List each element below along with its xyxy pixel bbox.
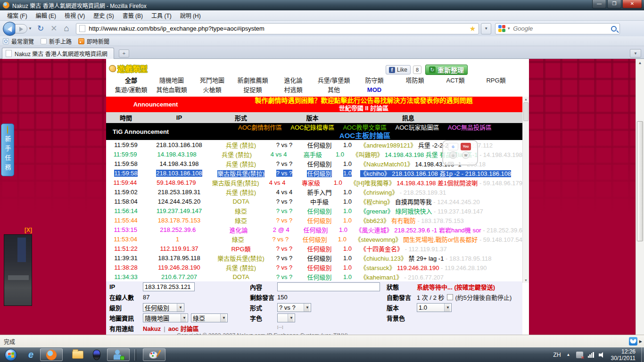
target-icon[interactable]: ◎ — [449, 151, 457, 159]
table-row[interactable]: 11:51:22112.119.91.37RPG類? vs ?任何級別1.0《十… — [106, 244, 522, 253]
bookmark-star-icon[interactable]: ★ — [470, 25, 476, 33]
signal-icon[interactable] — [588, 352, 594, 358]
menu-item[interactable]: 歷史 (S) — [89, 10, 118, 20]
map-select[interactable]: 綠亞▼ — [191, 313, 228, 322]
statusbar-expand-icon[interactable]: ▶ — [639, 339, 642, 344]
new-tab-button[interactable]: + — [119, 49, 129, 58]
tig-link[interactable]: AOC無品投訴區 — [448, 123, 492, 132]
search-magnifier-icon[interactable] — [611, 26, 617, 32]
category-link[interactable]: 進化論 — [273, 76, 314, 85]
category-link[interactable]: 火槍類 — [192, 85, 232, 95]
category-link[interactable]: RPG類 — [476, 76, 516, 85]
category-link[interactable]: 其他 — [314, 85, 354, 95]
paint-taskbar-button[interactable] — [143, 348, 165, 361]
messenger-taskbar-button[interactable] — [107, 348, 130, 361]
category-link[interactable]: 新劇推薦類 — [232, 76, 273, 85]
urlbar-dropdown-button[interactable]: ▼ — [481, 23, 491, 34]
forward-button[interactable] — [15, 24, 27, 33]
menu-item[interactable]: 書籤 (B) — [118, 10, 147, 20]
ad-image[interactable] — [4, 234, 32, 306]
table-row[interactable]: 11:56:14119.237.149.147綠亞? vs ?任何級別1.0《g… — [106, 206, 522, 215]
browser-scroll-up-icon[interactable]: ▲ — [636, 61, 644, 65]
minimize-button[interactable]: — — [592, 0, 606, 8]
start-button[interactable] — [5, 349, 17, 361]
internet-explorer-icon[interactable]: e — [28, 349, 33, 360]
menu-item[interactable]: 工具 (T) — [147, 10, 176, 20]
google-icon[interactable]: G — [448, 143, 458, 150]
bookmark-item[interactable]: 最常瀏覽 — [3, 37, 34, 45]
close-button[interactable]: ✕ — [622, 0, 642, 8]
tig-link[interactable]: AOC玩家貼圖區 — [396, 123, 439, 132]
table-row[interactable]: 11:53:15218.252.39.6進化論2 @ 4任何級別1.0《風火連城… — [106, 225, 522, 234]
category-link[interactable]: 捉捉類 — [232, 85, 273, 95]
restore-button[interactable]: ❐ — [607, 0, 621, 8]
announcement-line2[interactable]: 世紀帝國 II 討論區 — [205, 105, 522, 112]
version-select[interactable]: 1.0▼ — [417, 303, 452, 312]
browser-scrollbar[interactable]: ▲ — [636, 59, 644, 335]
scroll-down-icon[interactable]: ▼ — [523, 279, 529, 282]
category-link[interactable]: 防守類 — [354, 76, 395, 85]
menu-item[interactable]: 檔案 (F) — [3, 10, 32, 20]
category-link[interactable]: 全部 — [111, 76, 151, 85]
show-desktop-button[interactable] — [641, 347, 644, 362]
table-row[interactable]: 11:53:041綠亞? vs ?任何級別1.0《stevewomng》 開生死… — [106, 234, 522, 244]
browser-scrollbar-thumb[interactable] — [637, 121, 643, 241]
announcement-line1[interactable]: 製作劇情時遇到困難？歡迎點擊此行公告尋找解決方法或發表你的遇到問題 — [205, 97, 522, 105]
bookmark-item[interactable]: 新手上路 — [41, 37, 72, 45]
table-row[interactable]: 11:59:02218.253.189.31兵堡 (禁拉)4 vs 4新手入門1… — [106, 187, 522, 197]
table-row[interactable]: 11:34:33210.6.77.207DOTA? vs ?任何級別1.0《ka… — [106, 272, 522, 281]
reload-icon[interactable]: ↻ — [37, 24, 44, 33]
content-input[interactable] — [277, 282, 380, 291]
clock[interactable]: 12:26 30/1/2011 — [611, 348, 636, 362]
home-icon[interactable]: ⌂ — [64, 24, 69, 33]
language-indicator[interactable]: ZH — [553, 352, 561, 358]
ip-input[interactable] — [143, 282, 195, 291]
category-link[interactable]: 集遊/運動類 — [111, 85, 151, 95]
category-link[interactable]: 兵堡/箏堡類 — [314, 76, 354, 85]
useful-link[interactable]: Nakuz — [143, 325, 161, 332]
wikipedia-icon[interactable]: W — [462, 151, 470, 159]
refresh-list-button[interactable]: ↻ 重新整理 — [425, 65, 468, 75]
table-row[interactable]: 11:39:31183.178.95.118樂古版兵堡(禁拉)? vs ?任何級… — [106, 253, 522, 263]
tig-link[interactable]: AOC劇情制作區 — [238, 123, 282, 132]
table-row[interactable]: 11:59:58218.103.186.108樂古版兵堡(禁拉)? vs ?任何… — [106, 168, 522, 178]
search-engine-dropdown-icon[interactable]: ▼ — [507, 26, 511, 31]
youtube-icon[interactable]: You — [461, 143, 471, 150]
share-bubble-widget[interactable]: G You ◎ W — [442, 140, 478, 165]
facebook-like-button[interactable]: f Like — [386, 65, 411, 74]
search-box[interactable]: ▼ — [495, 23, 620, 34]
history-dropdown-icon[interactable]: ▼ — [28, 26, 32, 31]
category-link[interactable]: 塔防類 — [395, 76, 435, 85]
menu-item[interactable]: 檢視 (V) — [60, 10, 89, 20]
tig-link[interactable]: AOC教學文章區 — [343, 123, 387, 132]
newbie-task-tab[interactable]: 新手任務 — [1, 123, 14, 176]
scroll-up-icon[interactable]: ▲ — [523, 98, 529, 101]
category-link[interactable]: MOD — [354, 85, 395, 95]
category-link[interactable]: 村逃類 — [273, 85, 314, 95]
stop-icon[interactable]: ✕ — [50, 24, 57, 33]
messenger-icon[interactable] — [629, 337, 637, 346]
explorer-icon[interactable] — [72, 351, 83, 359]
category-link[interactable]: 其他血戰類 — [151, 85, 192, 95]
url-text[interactable]: http://www.nakuz.com/bbs/ip_exchange.php… — [89, 25, 467, 32]
firefox-taskbar-button[interactable] — [40, 348, 63, 361]
table-row[interactable]: 11:38:28119.246.28.190兵堡 (禁拉)? vs ?任何級別1… — [106, 263, 522, 272]
pinned-app-icon[interactable] — [93, 350, 100, 360]
bookmark-item[interactable]: 即時新聞 — [78, 37, 109, 45]
table-scrollbar-thumb[interactable] — [523, 102, 528, 121]
mode-select[interactable]: ? vs ?▼ — [277, 303, 311, 312]
volume-icon[interactable] — [599, 352, 605, 358]
tig-link[interactable]: AOC紀錄檔專區 — [290, 123, 334, 132]
category-link[interactable]: 死鬥地圖 — [192, 76, 232, 85]
level-select[interactable]: 任何級別▼ — [143, 303, 184, 312]
category-link[interactable]: 隨機地圖 — [151, 76, 192, 85]
aoc-main-board-link[interactable]: AOC主板討論區 — [207, 132, 522, 140]
useful-link[interactable]: aoc 討論區 — [168, 325, 199, 332]
announcement-bar[interactable]: Announcement 製作劇情時遇到困難？歡迎點擊此行公告尋找解決方法或發表… — [106, 97, 522, 112]
font-color-select[interactable]: ▼ — [277, 313, 295, 322]
table-row[interactable]: 11:55:44183.178.75.153綠亞? vs ?任何級別1.0《bb… — [106, 215, 522, 225]
table-row[interactable]: 11:58:04124.244.245.20DOTA? vs ?中手級1.0《程… — [106, 197, 522, 206]
category-link[interactable]: ACT類 — [435, 76, 476, 85]
google-logo-icon[interactable] — [498, 25, 505, 32]
menu-item[interactable]: 說明 (H) — [176, 10, 205, 20]
